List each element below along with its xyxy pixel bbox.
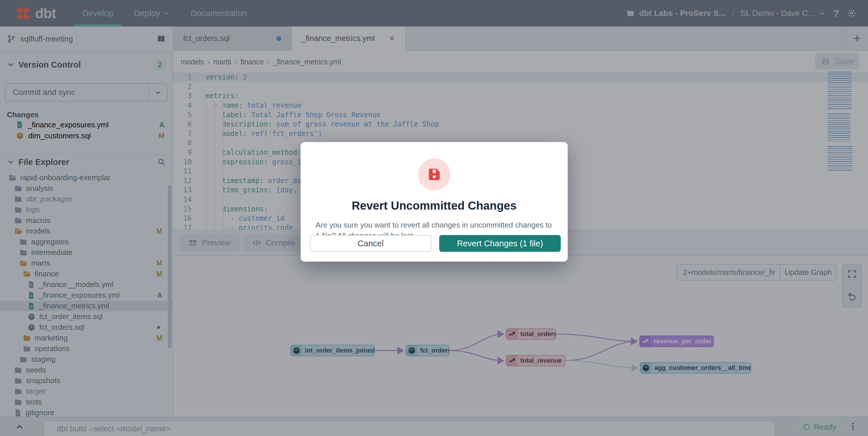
revert-changes-modal: Revert Uncommitted Changes Are you sure … [301,142,568,261]
dbt-cloud-ide: dbt DevelopDeployDocumentation dbt Labs … [0,0,868,436]
modal-actions: Cancel Revert Changes (1 file) [310,235,561,252]
cancel-button[interactable]: Cancel [310,235,431,252]
modal-title: Revert Uncommitted Changes [301,199,568,212]
floppy-revert-icon [427,167,441,182]
revert-changes-button[interactable]: Revert Changes (1 file) [439,235,561,252]
modal-icon-circle [418,158,451,191]
